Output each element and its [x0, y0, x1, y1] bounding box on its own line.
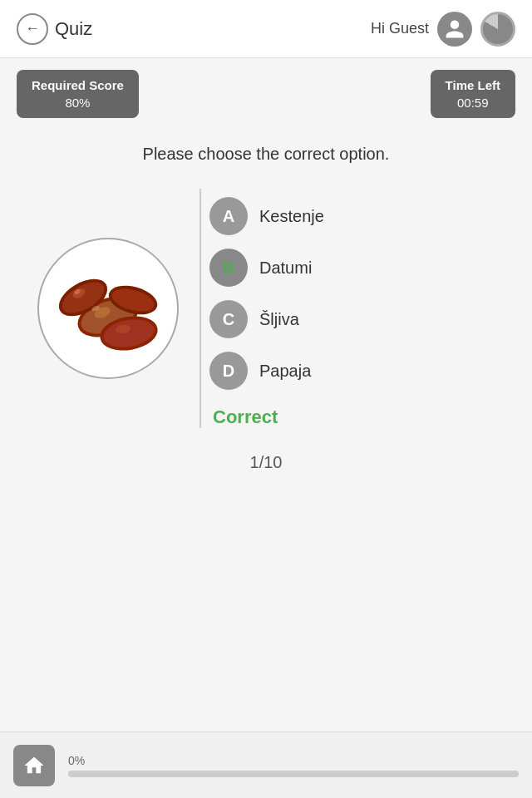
score-time-row: Required Score 80% Time Left 00:59 [0, 58, 532, 130]
home-icon [22, 754, 46, 777]
header-left: ← Quiz [17, 13, 92, 45]
progress-bar-bg [68, 771, 519, 777]
quiz-content: A Kestenje B Datumi C Šljiva D Papaja Co… [0, 180, 532, 428]
back-button[interactable]: ← [17, 13, 48, 45]
option-circle-b: B [209, 249, 248, 287]
vertical-divider [200, 189, 201, 428]
header-right: Hi Guest [371, 12, 515, 47]
option-row-a[interactable]: A Kestenje [209, 197, 507, 235]
time-value: 00:59 [446, 94, 500, 111]
back-arrow-icon: ← [25, 20, 40, 37]
fruit-image [37, 238, 179, 379]
option-label-d: Papaja [259, 362, 311, 381]
option-circle-d: D [209, 352, 248, 390]
header: ← Quiz Hi Guest [0, 0, 532, 58]
options-side: A Kestenje B Datumi C Šljiva D Papaja Co… [209, 189, 507, 428]
progress-container: 0% [68, 754, 519, 777]
home-button[interactable] [13, 745, 55, 786]
option-label-b: Datumi [259, 259, 312, 278]
bottom-bar: 0% [0, 732, 532, 798]
page-title: Quiz [55, 18, 92, 40]
greeting-text: Hi Guest [371, 20, 429, 37]
option-label-c: Šljiva [259, 310, 299, 329]
option-row-c[interactable]: C Šljiva [209, 300, 507, 338]
page-indicator: 1/10 [0, 453, 532, 472]
option-circle-c: C [209, 300, 248, 338]
time-label: Time Left [446, 76, 500, 94]
option-label-a: Kestenje [259, 207, 324, 226]
option-circle-a: A [209, 197, 248, 235]
score-value: 80% [32, 94, 124, 111]
image-side [25, 189, 191, 428]
option-row-b[interactable]: B Datumi [209, 249, 507, 287]
feedback-text: Correct [213, 406, 507, 428]
score-label: Required Score [32, 76, 124, 94]
option-row-d[interactable]: D Papaja [209, 352, 507, 390]
avatar[interactable] [437, 12, 472, 47]
question-text: Please choose the correct option. [0, 130, 532, 172]
required-score-badge: Required Score 80% [17, 70, 139, 118]
dates-illustration [46, 254, 170, 362]
spinner-icon[interactable] [480, 12, 515, 47]
time-left-badge: Time Left 00:59 [431, 70, 515, 118]
progress-label: 0% [68, 754, 519, 767]
